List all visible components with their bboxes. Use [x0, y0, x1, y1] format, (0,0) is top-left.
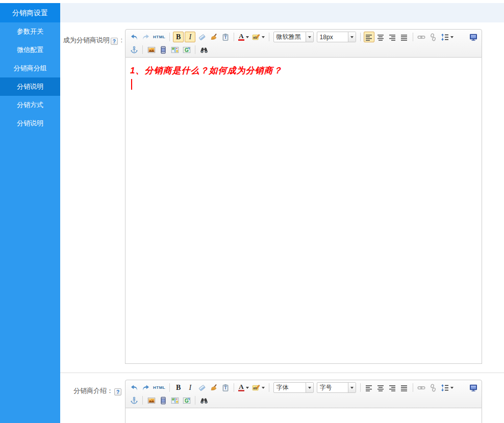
sidebar-item-distribution-note-active[interactable]: 分销说明 — [0, 77, 60, 96]
font-color-button[interactable]: A — [237, 32, 249, 42]
align-right-button[interactable] — [387, 382, 398, 393]
redo-button[interactable] — [140, 32, 151, 42]
align-left-icon — [365, 33, 373, 41]
undo-button[interactable] — [129, 32, 139, 42]
binoculars-icon — [200, 46, 208, 54]
select-dropdown — [306, 383, 313, 392]
link-button[interactable] — [416, 32, 427, 42]
toolbar-separator — [234, 383, 234, 392]
bold-button[interactable]: B — [173, 382, 184, 393]
align-center-icon — [376, 384, 385, 392]
unlink-button[interactable] — [428, 382, 439, 393]
chevron-down-icon — [350, 387, 354, 389]
insert-video-button[interactable] — [158, 395, 168, 406]
align-center-button[interactable] — [375, 382, 386, 393]
italic-button[interactable]: I — [185, 382, 195, 393]
anchor-icon — [130, 46, 138, 54]
font-family-select[interactable]: 字体 — [273, 382, 314, 393]
broom-icon — [210, 33, 218, 41]
insert-video-button[interactable] — [158, 44, 168, 55]
field-label-colon: : — [119, 36, 122, 44]
broom-icon — [210, 384, 218, 392]
field-label-distributor-note: 成为分销商说明? : — [60, 29, 125, 45]
sidebar-item-distribution-method[interactable]: 分销方式 — [0, 96, 60, 114]
link-icon — [417, 33, 425, 41]
help-icon[interactable]: ? — [111, 38, 118, 45]
search-replace-button[interactable] — [198, 44, 209, 55]
paste-text-button[interactable] — [220, 382, 231, 393]
remove-format-button[interactable] — [196, 32, 207, 42]
line-height-button[interactable] — [440, 32, 455, 42]
align-justify-button[interactable] — [399, 382, 410, 393]
form-row-distributor-intro: 分销商介绍：? HTML B I A — [60, 373, 504, 423]
paste-text-button[interactable] — [220, 32, 231, 42]
align-center-button[interactable] — [375, 32, 386, 42]
unlink-icon — [429, 33, 437, 41]
help-icon[interactable]: ? — [114, 388, 121, 395]
insert-image-button[interactable] — [146, 395, 157, 406]
line-height-button[interactable] — [440, 382, 455, 393]
font-family-select[interactable]: 微软雅黑 — [273, 32, 314, 42]
search-replace-button[interactable] — [198, 395, 209, 406]
font-size-select[interactable]: 18px — [317, 32, 356, 42]
toolbar-separator — [195, 45, 195, 54]
html-source-icon: HTML — [153, 385, 165, 390]
redo-button[interactable] — [140, 382, 151, 393]
align-left-button[interactable] — [364, 382, 374, 393]
sidebar-item-param-switch[interactable]: 参数开关 — [0, 22, 60, 41]
sidebar-item-wechat-config[interactable]: 微信配置 — [0, 41, 60, 59]
align-center-icon — [376, 33, 385, 41]
video-icon — [159, 46, 167, 54]
insert-gmap-button[interactable] — [181, 44, 192, 55]
redo-icon — [142, 384, 150, 392]
chevron-down-icon — [246, 387, 249, 389]
field-label-text: 成为分销商说明 — [63, 36, 110, 44]
sidebar: 分销商设置 参数开关 微信配置 分销商分组 分销说明 分销方式 分销说明 — [0, 3, 60, 423]
toolbar-separator — [360, 383, 361, 392]
font-color-icon: A — [238, 33, 244, 41]
fullscreen-button[interactable] — [468, 382, 478, 393]
redo-icon — [142, 33, 150, 41]
toolbar-separator — [234, 33, 234, 41]
align-justify-icon — [400, 384, 408, 392]
font-size-select[interactable]: 字号 — [317, 382, 356, 393]
link-button[interactable] — [416, 382, 427, 393]
bold-button[interactable]: B — [173, 32, 184, 42]
anchor-button[interactable] — [129, 395, 139, 406]
format-brush-button[interactable] — [208, 382, 219, 393]
undo-icon — [130, 33, 138, 41]
insert-map-button[interactable] — [169, 395, 180, 406]
align-left-button[interactable] — [364, 32, 374, 42]
anchor-button[interactable] — [129, 44, 139, 55]
insert-image-button[interactable] — [146, 44, 157, 55]
remove-format-button[interactable] — [196, 382, 207, 393]
format-brush-button[interactable] — [208, 32, 219, 42]
italic-button[interactable]: I — [185, 32, 195, 42]
editor-content-area[interactable] — [125, 408, 482, 423]
align-right-button[interactable] — [387, 32, 398, 42]
chevron-down-icon — [262, 36, 265, 38]
toolbar-separator — [142, 45, 143, 54]
align-justify-button[interactable] — [399, 32, 410, 42]
highlight-color-button[interactable] — [251, 32, 266, 42]
editor-content-area[interactable]: 1、分销商是什么？如何成为分销商？ — [125, 58, 482, 364]
insert-gmap-button[interactable] — [181, 395, 192, 406]
chevron-down-icon — [262, 387, 265, 389]
html-source-button[interactable]: HTML — [152, 382, 166, 393]
undo-button[interactable] — [129, 382, 139, 393]
toolbar-separator — [169, 383, 170, 392]
toolbar-separator — [169, 33, 170, 41]
unlink-button[interactable] — [428, 32, 439, 42]
highlight-color-button[interactable] — [251, 382, 266, 393]
sidebar-item-distributor-group[interactable]: 分销商分组 — [0, 59, 60, 77]
link-icon — [417, 384, 425, 392]
sidebar-item-distribution-note-2[interactable]: 分销说明 — [0, 114, 60, 133]
fullscreen-button[interactable] — [468, 32, 478, 42]
html-source-button[interactable]: HTML — [152, 32, 166, 42]
font-color-button[interactable]: A — [237, 382, 249, 393]
highlight-color-icon — [252, 33, 260, 41]
image-icon — [147, 46, 156, 54]
insert-map-button[interactable] — [169, 44, 180, 55]
chevron-down-icon — [308, 36, 311, 38]
toolbar-separator — [195, 396, 195, 405]
